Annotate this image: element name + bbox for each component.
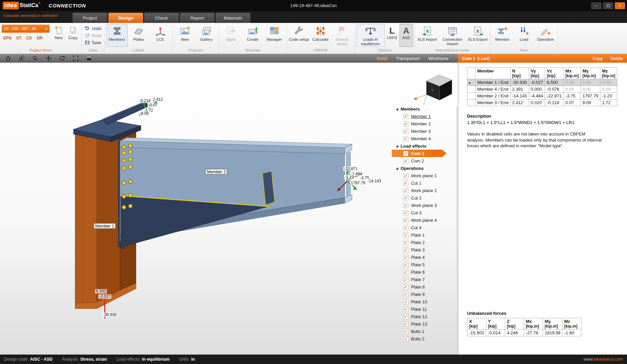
checkbox[interactable]: ✓ xyxy=(403,322,408,327)
project-type-badge[interactable]: ST xyxy=(16,36,21,40)
tree-item[interactable]: ◢ ✓ Cut 4 xyxy=(392,224,458,231)
website-link[interactable]: www.ideastatica.com xyxy=(583,357,623,362)
new-operation-button[interactable]: Operation xyxy=(535,24,556,47)
tree-item[interactable]: ◢ ✓ Plate 3 xyxy=(392,246,458,253)
table-row[interactable]: ▸ Member 2 / End -14.143-4.484-22.871-3.… xyxy=(467,93,617,99)
xls-export-button[interactable]: X XLS Export xyxy=(467,24,488,47)
checkbox[interactable]: ✓ xyxy=(403,129,408,134)
checkbox[interactable]: ✓ xyxy=(403,188,408,193)
checkbox[interactable]: ✓ xyxy=(403,270,408,275)
tree-item[interactable]: ◢ ✓ Operations xyxy=(392,164,458,172)
loads-in-equilibrium-button[interactable]: Loads in equilibrium xyxy=(356,24,385,47)
tree-item[interactable]: ◢ ✓ Plate 6 xyxy=(392,268,458,276)
tree-item[interactable]: ◢ ✓ Plate 9 xyxy=(392,291,458,298)
tree-item[interactable]: ◢ ✓ Plate 13 xyxy=(392,320,458,328)
copy-load-button[interactable]: Copy xyxy=(593,56,603,61)
view-mode-button[interactable]: Transparent xyxy=(396,56,419,61)
ribbon-tab[interactable]: Materials xyxy=(216,13,250,23)
force-value-cell[interactable]: -14.143 xyxy=(510,93,529,99)
project-item-selector[interactable]: 19 - 149 - 487 - 49 ▾ xyxy=(2,25,50,33)
ribbon-tab[interactable]: Project xyxy=(73,13,107,23)
force-value-cell[interactable]: 0.00 xyxy=(580,79,600,86)
project-type-badge[interactable]: CD xyxy=(26,36,32,40)
tree-item[interactable]: ◢ ✓ Plate 12 xyxy=(392,313,458,320)
template-manager-button[interactable]: Manager xyxy=(264,24,285,47)
overall-check-button[interactable]: Overall check xyxy=(332,24,353,47)
labels-plates-button[interactable]: Plates xyxy=(128,24,149,47)
tree-item[interactable]: ◢ ✓ Plate 1 xyxy=(392,231,458,239)
checkbox[interactable]: ✓ xyxy=(403,329,408,334)
labels-members-button[interactable]: Members xyxy=(107,24,128,47)
tree-item[interactable]: ◢ ✓ Plate 4 xyxy=(392,253,458,261)
new-project-item-button[interactable]: New xyxy=(52,24,65,47)
tree-item[interactable]: ◢ ✓ Cut 2 xyxy=(392,194,458,202)
checkbox[interactable]: ✓ xyxy=(403,151,408,156)
save-button[interactable]: Save xyxy=(83,39,102,46)
checkbox[interactable]: ✓ xyxy=(403,262,408,267)
viewport-3d[interactable]: Y -0.2182.412-0.071.729.09-22.871-1.484-… xyxy=(0,63,458,355)
home-view-icon[interactable] xyxy=(5,55,11,62)
expander-icon[interactable]: ◢ xyxy=(396,144,398,148)
tree-item[interactable]: ◢ ✓ Bolts 2 xyxy=(392,335,458,342)
force-value-cell[interactable]: 0.07 xyxy=(564,99,580,106)
project-type-badge[interactable]: EPS xyxy=(3,36,11,40)
tree-item[interactable]: ◢ ✓ Member 2 xyxy=(392,120,458,127)
ribbon-tab[interactable]: Design xyxy=(108,13,143,23)
checkbox[interactable]: ✓ xyxy=(403,181,408,186)
tree-item[interactable]: ◢ ✓ Cut 3 xyxy=(392,209,458,216)
force-value-cell[interactable]: -3.75 xyxy=(564,93,580,99)
tree-item[interactable]: ◢ ✓ Member 1 xyxy=(392,113,458,120)
tree-item[interactable]: ◢ ✓ Bolts 1 xyxy=(392,328,458,335)
view-mode-button[interactable]: Wireframe xyxy=(428,56,448,61)
tree-item[interactable]: ◢ ✓ Work plane 2 xyxy=(392,187,458,194)
code-setup-button[interactable]: Code setup xyxy=(289,24,309,47)
checkbox[interactable]: ✓ xyxy=(403,277,408,282)
delete-load-button[interactable]: Delete xyxy=(610,56,623,61)
ribbon-tab[interactable]: Check xyxy=(144,13,179,23)
table-row[interactable]: ▸ Member 3 / End 2.4120.020-0.2180.079.0… xyxy=(467,99,617,106)
checkbox[interactable]: ✓ xyxy=(403,136,408,141)
connection-import-button[interactable]: Connection Import xyxy=(438,24,467,47)
tree-item[interactable]: ◢ ✓ Plate 2 xyxy=(392,239,458,246)
new-member-button[interactable]: Member xyxy=(492,24,513,47)
tree-item[interactable]: ◢ ✓ Work plane 3 xyxy=(392,202,458,209)
checkbox[interactable]: ✓ xyxy=(403,225,408,230)
tree-item[interactable]: ◢ ✓ Cut 1 xyxy=(392,179,458,187)
checkbox[interactable]: ✓ xyxy=(403,307,408,312)
table-row[interactable]: ▸ Member 4 / End 2.3910.000-0.0760.000.0… xyxy=(467,86,617,93)
checkbox[interactable]: ✓ xyxy=(403,218,408,223)
force-value-cell[interactable]: 9.09 xyxy=(580,99,600,106)
tree-item[interactable]: ◢ ✓ Plate 8 xyxy=(392,283,458,291)
zoom-window-icon[interactable] xyxy=(18,55,25,62)
table-row[interactable]: ▸ Member 1 / End -30.930-0.0276.5000.000… xyxy=(467,79,617,86)
close-button[interactable]: × xyxy=(615,2,625,9)
checkbox[interactable]: ✓ xyxy=(403,203,408,208)
tree-item[interactable]: ◢ ✓ Plate 5 xyxy=(392,261,458,268)
redo-button[interactable]: Redo xyxy=(83,32,103,39)
lrfd-button[interactable]: L LRFD xyxy=(385,24,399,47)
checkbox[interactable]: ✓ xyxy=(403,173,408,178)
tree-item[interactable]: ◢ ✓ Load effects xyxy=(392,142,458,150)
force-value-cell[interactable]: 0.00 xyxy=(580,86,600,93)
force-value-cell[interactable]: 1.72 xyxy=(600,99,617,106)
row-selector-cell[interactable]: ▸ xyxy=(467,93,475,99)
force-value-cell[interactable]: -0.076 xyxy=(545,86,564,93)
tree-item[interactable]: ◢ ✓ Members xyxy=(392,105,458,113)
checkbox[interactable]: ✓ xyxy=(403,299,408,304)
picture-new-button[interactable]: New xyxy=(174,24,195,47)
tree-item[interactable]: ◢ ✓ Plate 7 xyxy=(392,276,458,283)
force-value-cell[interactable]: 0.020 xyxy=(529,99,545,106)
row-selector-cell[interactable]: ▸ xyxy=(467,99,475,106)
tree-scrollbar[interactable] xyxy=(456,107,458,346)
checkbox[interactable]: ✓ xyxy=(403,255,408,260)
view-mode-button[interactable]: Solid xyxy=(377,56,387,61)
checkbox[interactable]: ✓ xyxy=(403,233,408,238)
tree-item[interactable]: ◢ ✓ Plate 11 xyxy=(392,305,458,313)
force-value-cell[interactable]: 0.00 xyxy=(600,79,617,86)
tree-item[interactable]: ◢ ✓ Com 1 xyxy=(392,150,446,157)
undo-button[interactable]: Undo xyxy=(83,25,103,32)
view-style-icon[interactable] xyxy=(86,55,92,62)
tree-item[interactable]: ◢ ✓ Com 2 xyxy=(392,157,458,164)
force-value-cell[interactable]: 2.412 xyxy=(510,99,529,106)
maximize-button[interactable] xyxy=(603,2,613,9)
